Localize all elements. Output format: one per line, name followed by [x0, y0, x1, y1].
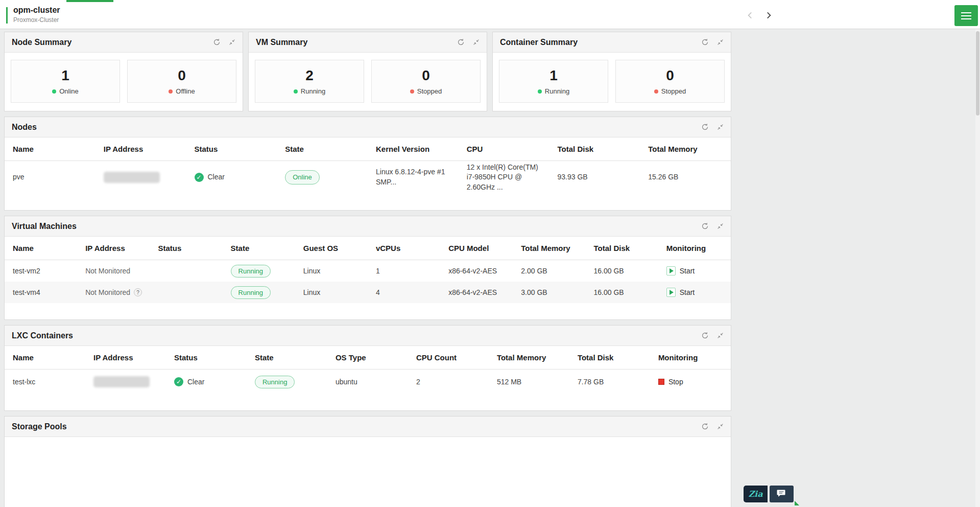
- col-state: State: [247, 353, 327, 362]
- collapse-icon[interactable]: [717, 124, 724, 130]
- table-row-node-pve[interactable]: pve ✓ Clear Online Linux 6.8.12-4-pve #1…: [5, 161, 731, 194]
- cpu-model: x86-64-v2-AES: [440, 267, 513, 275]
- total-memory: 512 MB: [489, 378, 569, 386]
- play-icon: [666, 266, 676, 275]
- stat-label: Offline: [169, 87, 195, 95]
- vm-summary-header: VM Summary: [249, 32, 487, 53]
- nav-back-icon[interactable]: [745, 9, 756, 21]
- node-summary-header: Node Summary: [5, 32, 243, 53]
- stat-nodes-offline: 0 Offline: [127, 60, 236, 103]
- collapse-icon[interactable]: [717, 332, 724, 339]
- guest-os: Linux: [295, 267, 368, 275]
- col-cpu: CPU: [459, 145, 549, 153]
- cpu-description: 12 x Intel(R) Core(TM) i7-9850H CPU @ 2.…: [467, 163, 542, 193]
- container-summary-body: 1 Running 0 Stopped: [493, 53, 731, 111]
- col-total-memory: Total Memory: [640, 145, 731, 153]
- col-vcpus: vCPUs: [368, 244, 440, 252]
- total-memory: 15.26 GB: [640, 172, 731, 182]
- page-title: opm-cluster: [13, 6, 60, 15]
- table-bottom-padding: [5, 194, 731, 210]
- lxc-table-header: Name IP Address Status State OS Type CPU…: [5, 346, 731, 370]
- vm-ip: Not Monitored: [85, 288, 130, 296]
- stat-value: 2: [305, 67, 314, 84]
- chat-button[interactable]: [770, 486, 794, 502]
- card-title: VM Summary: [256, 38, 307, 47]
- stat-value: 1: [61, 67, 69, 84]
- loading-progress-segment: [66, 0, 113, 2]
- refresh-icon[interactable]: [701, 332, 709, 339]
- red-dot-icon: [410, 89, 414, 94]
- col-total-disk: Total Disk: [569, 353, 650, 362]
- col-total-disk: Total Disk: [586, 244, 658, 252]
- start-monitoring-button[interactable]: Start: [666, 288, 695, 297]
- storage-pools-header: Storage Pools: [5, 417, 731, 437]
- col-name: Name: [5, 244, 77, 252]
- virtual-machines-header: Virtual Machines: [5, 216, 731, 237]
- resize-corner-arrow[interactable]: [795, 501, 799, 505]
- node-summary-card: Node Summary 1 Online: [4, 32, 243, 111]
- col-cpu-model: CPU Model: [440, 244, 513, 252]
- refresh-icon[interactable]: [701, 222, 709, 230]
- top-bar: opm-cluster Proxmox-Cluster: [0, 2, 980, 29]
- total-disk: 7.78 GB: [569, 378, 650, 386]
- top-loading-strip: [0, 0, 980, 2]
- stat-label: Stopped: [654, 87, 686, 95]
- stat-label: Online: [52, 87, 79, 95]
- col-os-type: OS Type: [327, 353, 408, 362]
- node-name: pve: [5, 172, 95, 182]
- refresh-icon[interactable]: [701, 123, 709, 131]
- total-memory: 2.00 GB: [513, 267, 585, 275]
- table-row-lxc-test-lxc[interactable]: test-lxc ✓ Clear Running ubuntu 2 512 MB…: [5, 370, 731, 394]
- red-dot-icon: [654, 89, 658, 94]
- col-name: Name: [5, 353, 85, 362]
- redacted-ip: [104, 172, 160, 183]
- table-row-vm-test-vm4[interactable]: test-vm4 Not Monitored ? Running Linux 4…: [5, 282, 731, 303]
- nodes-table-header: Name IP Address Status State Kernel Vers…: [5, 137, 731, 161]
- stat-value: 0: [178, 67, 186, 84]
- col-ip-address: IP Address: [85, 353, 166, 362]
- stop-monitoring-button[interactable]: Stop: [658, 378, 683, 386]
- stat-vms-running: 2 Running: [255, 60, 364, 103]
- table-bottom-padding: [5, 303, 731, 319]
- help-icon[interactable]: ?: [134, 288, 142, 296]
- vm-ip: Not Monitored: [77, 267, 150, 275]
- scrollbar-thumb[interactable]: [976, 31, 979, 116]
- collapse-icon[interactable]: [717, 423, 724, 430]
- nodes-section: Nodes Name IP Address Status State Kerne…: [4, 117, 731, 211]
- vm-table-header: Name IP Address Status State Guest OS vC…: [5, 237, 731, 260]
- col-monitoring: Monitoring: [650, 353, 731, 362]
- table-row-vm-test-vm2[interactable]: test-vm2 Not Monitored Running Linux 1 x…: [5, 260, 731, 282]
- collapse-icon[interactable]: [229, 39, 235, 45]
- status-clear-icon: ✓: [174, 377, 183, 386]
- card-title: Node Summary: [12, 38, 71, 47]
- refresh-icon[interactable]: [457, 38, 465, 46]
- col-total-memory: Total Memory: [489, 353, 569, 362]
- refresh-icon[interactable]: [701, 423, 709, 430]
- collapse-icon[interactable]: [717, 223, 724, 229]
- refresh-icon[interactable]: [213, 38, 221, 46]
- green-dot-icon: [294, 89, 298, 94]
- total-memory: 3.00 GB: [513, 288, 585, 296]
- red-dot-icon: [169, 89, 173, 94]
- collapse-icon[interactable]: [717, 39, 724, 45]
- node-summary-body: 1 Online 0 Offline: [5, 53, 243, 111]
- stat-label: Running: [538, 87, 569, 95]
- storage-pools-body: [5, 437, 731, 507]
- menu-button[interactable]: [954, 5, 978, 26]
- redacted-ip: [93, 376, 150, 387]
- start-monitoring-button[interactable]: Start: [666, 266, 695, 275]
- vm-name: test-vm4: [5, 288, 77, 296]
- title-accent-bar: [6, 7, 8, 24]
- nav-forward-icon[interactable]: [763, 9, 774, 21]
- vcpus: 4: [368, 288, 440, 296]
- play-icon: [666, 288, 676, 297]
- floating-widgets: Zia: [744, 486, 794, 502]
- status-text: Clear: [208, 172, 225, 182]
- zia-assistant-button[interactable]: Zia: [744, 486, 768, 502]
- vcpus: 1: [368, 267, 440, 275]
- col-name: Name: [5, 145, 95, 153]
- col-kernel-version: Kernel Version: [368, 145, 459, 153]
- state-badge: Running: [255, 376, 295, 388]
- refresh-icon[interactable]: [701, 38, 709, 46]
- collapse-icon[interactable]: [473, 39, 480, 45]
